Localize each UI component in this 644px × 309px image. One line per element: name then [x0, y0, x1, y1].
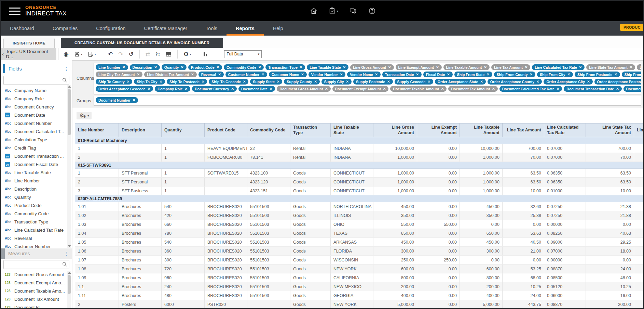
- table-row[interactable]: 1.07Brochures300BROCHURES02055101503Good…: [75, 256, 644, 265]
- column-pill[interactable]: Description✕: [130, 64, 160, 70]
- table-settings-button[interactable]: ⚙ ⚙ ▾: [77, 112, 92, 119]
- table-row[interactable]: 1.08Brochures720BROCHURES02055101503Good…: [75, 265, 644, 273]
- remove-pill-icon[interactable]: ✕: [484, 66, 487, 69]
- remove-pill-icon[interactable]: ✕: [557, 87, 559, 91]
- table-view-button[interactable]: [163, 51, 174, 58]
- remove-pill-icon[interactable]: ✕: [614, 73, 617, 76]
- column-header[interactable]: Lin: [634, 124, 644, 137]
- column-header[interactable]: Description: [119, 124, 162, 137]
- remove-pill-icon[interactable]: ✕: [127, 80, 129, 83]
- table-row[interactable]: 21FOBCOMCAR03078.141RentalINDIANA1,000.0…: [75, 153, 644, 162]
- remove-pill-icon[interactable]: ✕: [416, 73, 419, 76]
- field-item[interactable]: 30Document Transaction ...: [1, 152, 72, 160]
- column-pill[interactable]: Order Acceptance State✕: [435, 79, 486, 85]
- fields-scrollbar[interactable]: [67, 85, 71, 248]
- remove-pill-icon[interactable]: ✕: [530, 73, 533, 76]
- remove-pill-icon[interactable]: ✕: [492, 87, 495, 91]
- remove-pill-icon[interactable]: ✕: [343, 66, 346, 69]
- remove-pill-icon[interactable]: ✕: [441, 87, 444, 91]
- column-pill[interactable]: Ship To City✕: [134, 79, 165, 85]
- measure-item[interactable]: 123Document Taxable Amo...: [1, 287, 72, 295]
- measures-scrollbar[interactable]: [67, 271, 71, 308]
- field-item[interactable]: AbcCustomer Number: [1, 242, 72, 249]
- column-pill[interactable]: Commodity Code✕: [224, 64, 264, 70]
- field-item[interactable]: AbcCalculation Type: [1, 136, 72, 144]
- group-header-row[interactable]: 010-Rental of Machinery: [75, 137, 644, 144]
- remove-pill-icon[interactable]: ✕: [231, 87, 234, 91]
- field-item[interactable]: 30Document Date: [1, 111, 72, 119]
- column-header[interactable]: Product Code: [205, 124, 247, 137]
- nav-item-tools[interactable]: Tools: [196, 21, 227, 36]
- field-item[interactable]: AbcProduct Code: [1, 201, 72, 209]
- save-button[interactable]: ▾: [72, 50, 85, 58]
- chat-icon[interactable]: [349, 7, 357, 15]
- remove-pill-icon[interactable]: ✕: [340, 73, 343, 76]
- column-pill[interactable]: Line Number✕: [96, 64, 128, 70]
- remove-pill-icon[interactable]: ✕: [133, 99, 135, 102]
- column-pill[interactable]: Transaction Date✕: [382, 72, 422, 77]
- table-row[interactable]: 1.04Brochures780BROCHURES02055101503Good…: [75, 229, 644, 238]
- remove-pill-icon[interactable]: ✕: [243, 80, 246, 83]
- table-row[interactable]: 1.11Brochures480BROCHURES02055101503Good…: [75, 291, 644, 300]
- column-pill[interactable]: Line District Tax Amount✕: [144, 72, 196, 77]
- remove-pill-icon[interactable]: ✕: [447, 73, 450, 76]
- remove-pill-icon[interactable]: ✕: [436, 66, 439, 69]
- column-pill[interactable]: Document Number✕: [96, 97, 138, 103]
- group-header-row[interactable]: 015-SFTWR3891: [75, 162, 644, 169]
- table-row[interactable]: 1.03Brochures660BROCHURES02055101503Good…: [75, 220, 644, 229]
- nav-item-configuration[interactable]: Configuration: [87, 21, 135, 36]
- remove-pill-icon[interactable]: ✕: [181, 66, 183, 69]
- remove-pill-icon[interactable]: ✕: [616, 87, 619, 91]
- table-row[interactable]: 1.09Brochures960BROCHURES02055101503Good…: [75, 273, 644, 282]
- column-header[interactable]: Line Tax Amount: [503, 124, 544, 137]
- remove-pill-icon[interactable]: ✕: [300, 66, 302, 69]
- measure-item[interactable]: 123Document Tax Amount: [1, 295, 72, 303]
- remove-pill-icon[interactable]: ✕: [480, 80, 483, 83]
- column-header[interactable]: Line Gross Amount: [373, 124, 417, 137]
- measure-item[interactable]: 123Document Gross Amount: [1, 270, 72, 279]
- column-header[interactable]: Quantity: [162, 124, 205, 137]
- measure-item[interactable]: 123Document Exempt Amo...: [1, 279, 72, 287]
- remove-pill-icon[interactable]: ✕: [383, 87, 386, 91]
- nav-item-certificate-manager[interactable]: Certificate Manager: [135, 21, 197, 36]
- remove-pill-icon[interactable]: ✕: [277, 80, 279, 83]
- column-pill[interactable]: Order Acceptance Geocode✕: [96, 86, 153, 92]
- column-pill[interactable]: Order Acceptance City✕: [544, 79, 592, 85]
- column-pill[interactable]: Ship From County✕: [494, 72, 535, 77]
- remove-pill-icon[interactable]: ✕: [137, 73, 140, 76]
- nav-item-reports[interactable]: Reports: [227, 21, 264, 36]
- column-pill[interactable]: Line Gross Amount✕: [350, 64, 394, 70]
- remove-pill-icon[interactable]: ✕: [579, 66, 582, 69]
- column-pill[interactable]: Quantity✕: [162, 64, 187, 70]
- remove-pill-icon[interactable]: ✕: [325, 87, 328, 91]
- column-pill[interactable]: Document Exempt Amount✕: [332, 86, 389, 92]
- column-header[interactable]: Line Taxable Amount: [460, 124, 503, 137]
- column-pill[interactable]: Customer Number✕: [225, 72, 267, 77]
- field-item[interactable]: AbcDescription: [1, 185, 72, 193]
- column-pill[interactable]: Order Acceptance Postcode✕: [594, 79, 641, 85]
- help-icon[interactable]: [368, 7, 376, 15]
- field-item[interactable]: 30Document Fiscal Date: [1, 160, 72, 168]
- remove-pill-icon[interactable]: ✕: [346, 80, 349, 83]
- remove-pill-icon[interactable]: ✕: [218, 73, 221, 76]
- column-pill[interactable]: Ship From State✕: [454, 72, 492, 77]
- column-pill[interactable]: Customer Name✕: [269, 72, 307, 77]
- remove-pill-icon[interactable]: ✕: [301, 73, 304, 76]
- column-pill[interactable]: Ship From Geocode✕: [622, 72, 641, 77]
- column-pill[interactable]: Supply Postcode✕: [353, 79, 393, 85]
- field-item[interactable]: AbcQuantity: [1, 193, 72, 201]
- remove-pill-icon[interactable]: ✕: [487, 73, 489, 76]
- table-row[interactable]: 3SFT Business14323.151GoodsCONNECTICUT1,…: [75, 186, 644, 195]
- column-header[interactable]: Line Taxable State: [331, 124, 373, 137]
- export-button[interactable]: ▾: [85, 50, 98, 58]
- field-item[interactable]: AbcCompany Name: [1, 86, 72, 94]
- table-row[interactable]: 1.05Brochures540BROCHURES02055101503Good…: [75, 238, 644, 247]
- column-pill[interactable]: Document Tax Amount✕: [448, 86, 497, 92]
- column-pill[interactable]: Reversal✕: [198, 72, 224, 77]
- table-row[interactable]: 1.1Brochures240BROCHURES02055101503Goods…: [75, 282, 644, 291]
- column-header[interactable]: Commodity Code: [247, 124, 290, 137]
- column-pill[interactable]: Transaction Type✕: [265, 64, 305, 70]
- field-item[interactable]: AbcLine Calculated Tax Rate: [1, 226, 72, 234]
- field-item[interactable]: AbcCompany Role: [1, 94, 72, 103]
- reset-button[interactable]: ↺: [126, 50, 136, 58]
